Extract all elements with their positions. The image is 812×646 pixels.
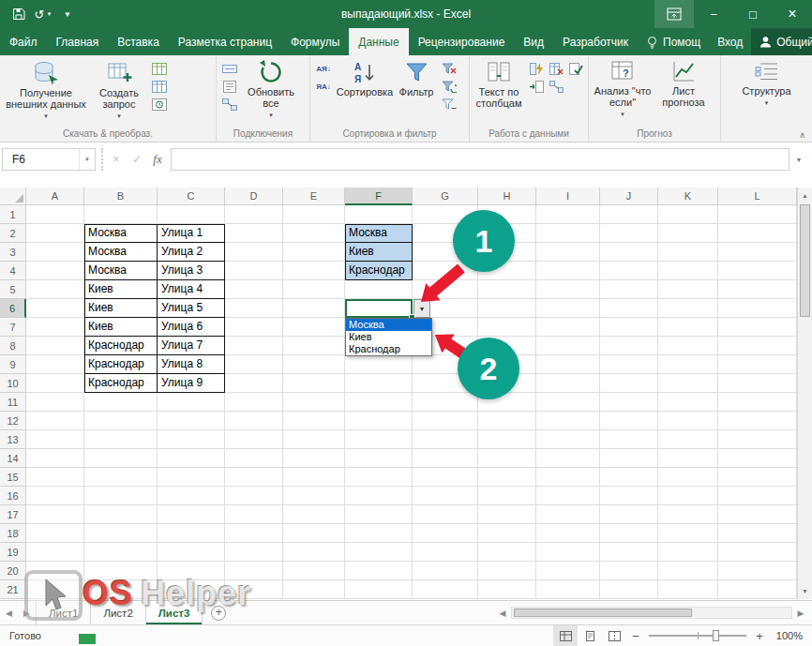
tell-me-button[interactable]: Помощ bbox=[638, 28, 709, 55]
sort-za-icon[interactable]: ЯА↓ bbox=[315, 80, 332, 94]
tab-review[interactable]: Рецензирование bbox=[409, 28, 515, 55]
undo-button[interactable]: ↺▼ bbox=[32, 3, 54, 25]
column-header-H[interactable]: H bbox=[478, 188, 536, 205]
row-header-6[interactable]: 6 bbox=[0, 299, 26, 318]
insert-function-button[interactable]: fx bbox=[147, 152, 168, 167]
row-header-2[interactable]: 2 bbox=[0, 224, 26, 243]
connections-icon[interactable] bbox=[221, 62, 238, 76]
relationships-icon[interactable] bbox=[548, 80, 564, 94]
sign-in-button[interactable]: Вход bbox=[709, 28, 751, 55]
zoom-in-button[interactable]: + bbox=[750, 629, 769, 643]
cell-B3[interactable]: Москва bbox=[84, 243, 158, 262]
row-header-10[interactable]: 10 bbox=[0, 374, 26, 393]
cell-C10[interactable]: Улица 9 bbox=[158, 374, 225, 393]
tab-home[interactable]: Главная bbox=[47, 28, 109, 55]
scroll-down-icon[interactable]: ▼ bbox=[798, 584, 812, 598]
customize-qat-button[interactable]: ▼ bbox=[56, 3, 79, 25]
hscroll-right-icon[interactable]: ▶ bbox=[792, 608, 809, 618]
column-header-K[interactable]: K bbox=[658, 188, 718, 205]
cell-B8[interactable]: Краснодар bbox=[84, 337, 158, 355]
sheet-nav-left-icon[interactable]: ◀ bbox=[0, 601, 18, 624]
row-header-18[interactable]: 18 bbox=[0, 524, 26, 543]
tab-view[interactable]: Вид bbox=[514, 28, 553, 55]
cancel-icon[interactable]: × bbox=[106, 153, 127, 166]
row-header-4[interactable]: 4 bbox=[0, 262, 26, 280]
vertical-scrollbar[interactable]: ▲▼ bbox=[797, 188, 812, 599]
dropdown-arrow-button[interactable]: ▼ bbox=[414, 299, 430, 318]
cell-C7[interactable]: Улица 6 bbox=[158, 318, 225, 337]
zoom-slider[interactable] bbox=[649, 635, 746, 637]
row-header-19[interactable]: 19 bbox=[0, 543, 26, 562]
page-break-view-button[interactable] bbox=[602, 625, 626, 646]
cell-B2[interactable]: Москва bbox=[84, 224, 158, 243]
cell-F4[interactable]: Краснодар bbox=[345, 262, 413, 280]
cell-B5[interactable]: Киев bbox=[84, 280, 158, 299]
cell-C5[interactable]: Улица 4 bbox=[158, 280, 225, 299]
cell-B10[interactable]: Краснодар bbox=[84, 374, 158, 393]
row-header-16[interactable]: 16 bbox=[0, 487, 26, 505]
data-validation-icon[interactable] bbox=[567, 62, 584, 76]
tab-insert[interactable]: Вставка bbox=[108, 28, 169, 55]
column-header-G[interactable]: G bbox=[413, 188, 478, 205]
row-header-17[interactable]: 17 bbox=[0, 505, 26, 524]
advanced-filter-icon[interactable] bbox=[441, 98, 458, 112]
tab-file[interactable]: Файл bbox=[0, 28, 47, 55]
dropdown-item-3[interactable]: Краснодар bbox=[346, 343, 431, 355]
cell-C3[interactable]: Улица 2 bbox=[158, 243, 225, 262]
recent-sources-icon[interactable] bbox=[151, 98, 168, 112]
maximize-button[interactable]: □ bbox=[733, 0, 773, 28]
vertical-scroll-thumb[interactable] bbox=[800, 204, 810, 317]
hscroll-thumb[interactable] bbox=[514, 608, 692, 617]
clear-filter-icon[interactable] bbox=[441, 62, 458, 76]
column-header-B[interactable]: B bbox=[84, 188, 158, 205]
cell-B4[interactable]: Москва bbox=[84, 262, 158, 280]
new-query-button[interactable]: Создать запрос ▼ bbox=[90, 57, 148, 127]
cell-B6[interactable]: Киев bbox=[84, 299, 158, 318]
tab-formulas[interactable]: Формулы bbox=[281, 28, 349, 55]
row-header-1[interactable]: 1 bbox=[0, 205, 26, 224]
select-all-button[interactable] bbox=[0, 188, 26, 205]
reapply-filter-icon[interactable] bbox=[441, 80, 458, 94]
selected-cell[interactable] bbox=[345, 299, 413, 318]
row-header-11[interactable]: 11 bbox=[0, 393, 26, 412]
row-header-13[interactable]: 13 bbox=[0, 430, 26, 449]
name-box[interactable]: F6 ▼ bbox=[2, 148, 96, 171]
formula-bar-expand-icon[interactable]: ▼ bbox=[789, 148, 808, 171]
cell-C8[interactable]: Улица 7 bbox=[158, 337, 225, 355]
consolidate-icon[interactable] bbox=[528, 80, 545, 94]
row-header-14[interactable]: 14 bbox=[0, 449, 26, 468]
column-header-J[interactable]: J bbox=[600, 188, 658, 205]
cell-F2[interactable]: Москва bbox=[345, 224, 413, 243]
collapse-ribbon-button[interactable]: ∧ bbox=[799, 130, 805, 140]
share-button[interactable]: Общий доступ bbox=[751, 28, 812, 55]
column-header-D[interactable]: D bbox=[225, 188, 283, 205]
row-header-5[interactable]: 5 bbox=[0, 280, 26, 299]
cell-B7[interactable]: Киев bbox=[84, 318, 158, 337]
dropdown-item-1[interactable]: Москва bbox=[346, 319, 431, 331]
refresh-all-button[interactable]: Обновить все ▼ bbox=[241, 57, 301, 127]
row-header-15[interactable]: 15 bbox=[0, 468, 26, 487]
column-header-I[interactable]: I bbox=[536, 188, 600, 205]
forecast-sheet-button[interactable]: Лист прогноза bbox=[654, 57, 713, 127]
from-table-icon[interactable] bbox=[151, 80, 168, 94]
formula-input[interactable] bbox=[171, 148, 789, 171]
row-header-8[interactable]: 8 bbox=[0, 337, 26, 355]
dropdown-item-2[interactable]: Киев bbox=[346, 331, 431, 343]
sort-az-icon[interactable]: АЯ↓ bbox=[315, 62, 332, 76]
column-header-L[interactable]: L bbox=[718, 188, 797, 205]
tab-page-layout[interactable]: Разметка страниц bbox=[169, 28, 281, 55]
zoom-out-button[interactable]: − bbox=[626, 629, 645, 643]
column-header-F[interactable]: F bbox=[345, 188, 413, 205]
cell-F3[interactable]: Киев bbox=[345, 243, 413, 262]
sort-button[interactable]: АЯ Сортировка bbox=[335, 57, 395, 127]
zoom-slider-thumb[interactable] bbox=[713, 630, 719, 641]
outline-button[interactable]: Структура ▼ bbox=[733, 57, 801, 127]
tab-developer[interactable]: Разработчик bbox=[553, 28, 638, 55]
column-header-C[interactable]: C bbox=[158, 188, 225, 205]
cell-C9[interactable]: Улица 8 bbox=[158, 355, 225, 374]
row-header-21[interactable]: 21 bbox=[0, 580, 26, 599]
hscroll-left-icon[interactable]: ◀ bbox=[494, 608, 511, 618]
cell-B9[interactable]: Краснодар bbox=[84, 355, 158, 374]
text-to-columns-button[interactable]: Текст по столбцам bbox=[472, 57, 526, 127]
edit-links-icon[interactable] bbox=[221, 98, 238, 112]
